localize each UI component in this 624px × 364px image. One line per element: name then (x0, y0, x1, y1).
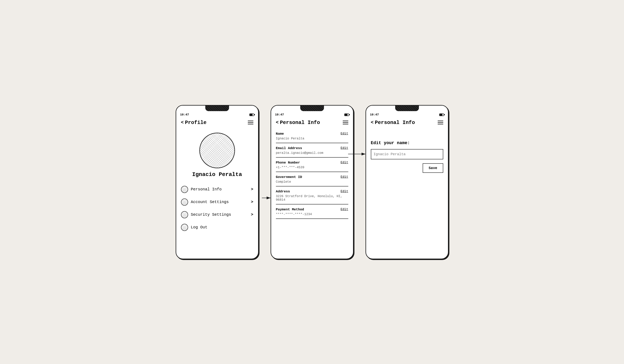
name-input[interactable] (371, 149, 443, 159)
log-out-icon (181, 224, 188, 231)
name-label: Name (276, 132, 284, 136)
screen-profile: 10:47 < Profile (176, 105, 259, 259)
account-settings-label: Account Settings (191, 200, 248, 204)
profile-content: < Profile Ignacio Peralta (176, 117, 258, 238)
account-settings-icon-hatch (181, 199, 188, 205)
hamburger-line-4 (343, 121, 348, 121)
email-edit-button[interactable]: Edit (340, 146, 348, 150)
avatar (199, 133, 235, 168)
info-item-email: Email Address Edit peralta.ignacio@gmail… (276, 143, 348, 157)
menu-item-account-settings[interactable]: Account Settings > (181, 196, 253, 208)
info-item-government-id: Government ID Edit Complete (276, 172, 348, 186)
edit-name-label: Edit your name: (371, 141, 443, 146)
log-out-icon-hatch (181, 224, 188, 231)
phone-edit-button[interactable]: Edit (340, 161, 348, 164)
personal-info-icon (181, 186, 188, 193)
status-icons-2 (344, 113, 349, 116)
security-settings-icon (181, 211, 188, 218)
profile-back-btn[interactable]: < Profile (181, 120, 207, 126)
government-id-value: Complete (276, 180, 348, 184)
personal-info-icon-hatch (181, 186, 188, 193)
time-1: 10:47 (180, 113, 189, 116)
info-item-address: Address Edit 3226 Stratford Drive, Honol… (276, 186, 348, 205)
info-item-email-header: Email Address Edit (276, 146, 348, 150)
menu-item-personal-info[interactable]: Personal Info > (181, 183, 253, 196)
government-id-edit-button[interactable]: Edit (340, 175, 348, 179)
profile-back-chevron: < (181, 120, 184, 125)
security-settings-icon-hatch (181, 211, 188, 218)
time-2: 10:47 (275, 113, 284, 116)
security-settings-chevron: > (251, 212, 253, 217)
info-item-phone: Phone Number Edit +1-***-***-4539 (276, 157, 348, 172)
avatar-hatch (200, 133, 234, 168)
personal-info-back-btn[interactable]: < Personal Info (276, 120, 320, 126)
battery-fill-2 (345, 114, 347, 116)
edit-name-back-btn[interactable]: < Personal Info (371, 120, 415, 126)
hamburger-line-6 (343, 124, 348, 124)
phone-label: Phone Number (276, 161, 300, 164)
email-value: peralta.ignacio@gmail.com (276, 151, 348, 155)
status-bar-1: 10:47 (176, 112, 258, 117)
payment-edit-button[interactable]: Edit (340, 208, 348, 211)
battery-fill-1 (250, 114, 253, 116)
address-edit-button[interactable]: Edit (340, 190, 348, 193)
info-item-payment-header: Payment Method Edit (276, 208, 348, 211)
battery-icon-1 (249, 113, 254, 116)
info-item-address-header: Address Edit (276, 190, 348, 193)
profile-menu-icon[interactable] (248, 121, 253, 124)
user-name: Ignacio Peralta (192, 171, 242, 178)
save-button[interactable]: Save (423, 163, 443, 173)
hamburger-line-1 (248, 121, 253, 121)
hamburger-line-5 (343, 122, 348, 123)
profile-header: < Profile (181, 117, 253, 129)
info-item-payment: Payment Method Edit ****-****-****-1234 (276, 205, 348, 219)
status-icons-3 (439, 113, 444, 116)
profile-menu-list: Personal Info > Account Settings > Secur… (181, 183, 253, 234)
info-item-gov-id-header: Government ID Edit (276, 175, 348, 179)
battery-icon-2 (344, 113, 349, 116)
payment-label: Payment Method (276, 208, 304, 211)
hamburger-line-3 (248, 124, 253, 124)
profile-title: Profile (185, 120, 207, 126)
save-btn-row: Save (371, 163, 443, 173)
personal-info-header: < Personal Info (276, 117, 348, 129)
edit-name-header: < Personal Info (371, 117, 443, 129)
name-edit-button[interactable]: Edit (340, 132, 348, 135)
personal-info-chevron: > (251, 187, 253, 192)
account-settings-chevron: > (251, 200, 253, 204)
menu-item-log-out[interactable]: Log Out (181, 221, 253, 234)
info-item-name: Name Edit Ignacio Peralta (276, 129, 348, 143)
edit-name-section: Edit your name: Save (371, 129, 443, 177)
log-out-label: Log Out (191, 225, 253, 230)
address-value: 3226 Stratford Drive, Honolulu, HI, 9681… (276, 195, 348, 202)
edit-name-title: Personal Info (375, 120, 415, 126)
edit-name-content: < Personal Info Edit your name: Save (366, 117, 448, 182)
hamburger-line-7 (438, 121, 443, 121)
edit-name-back-chevron: < (371, 120, 374, 125)
edit-name-menu-icon[interactable] (438, 121, 443, 124)
status-bar-2: 10:47 (271, 112, 353, 117)
menu-item-security-settings[interactable]: Security Settings > (181, 208, 253, 221)
hamburger-line-9 (438, 124, 443, 124)
personal-info-content: < Personal Info Name Edit Ignacio Peralt… (271, 117, 353, 224)
payment-value: ****-****-****-1234 (276, 212, 348, 216)
screens-wrapper: 10:47 < Profile (176, 105, 449, 259)
screen-personal-info: 10:47 < Personal Info (271, 105, 354, 259)
battery-fill-3 (440, 114, 442, 116)
address-label: Address (276, 190, 290, 193)
email-label: Email Address (276, 146, 302, 150)
hamburger-line-8 (438, 122, 443, 123)
avatar-container: Ignacio Peralta (181, 129, 253, 183)
personal-info-menu-icon[interactable] (343, 121, 348, 124)
info-item-phone-header: Phone Number Edit (276, 161, 348, 164)
phone-value: +1-***-***-4539 (276, 166, 348, 169)
notch-3 (366, 105, 448, 112)
hamburger-line-2 (248, 122, 253, 123)
status-bar-3: 10:47 (366, 112, 448, 117)
security-settings-label: Security Settings (191, 212, 248, 217)
personal-info-title: Personal Info (280, 120, 320, 126)
screen-edit-name: 10:47 < Personal Info Edit y (365, 105, 449, 259)
time-3: 10:47 (370, 113, 379, 116)
personal-info-label: Personal Info (191, 187, 248, 192)
name-value: Ignacio Peralta (276, 137, 348, 140)
